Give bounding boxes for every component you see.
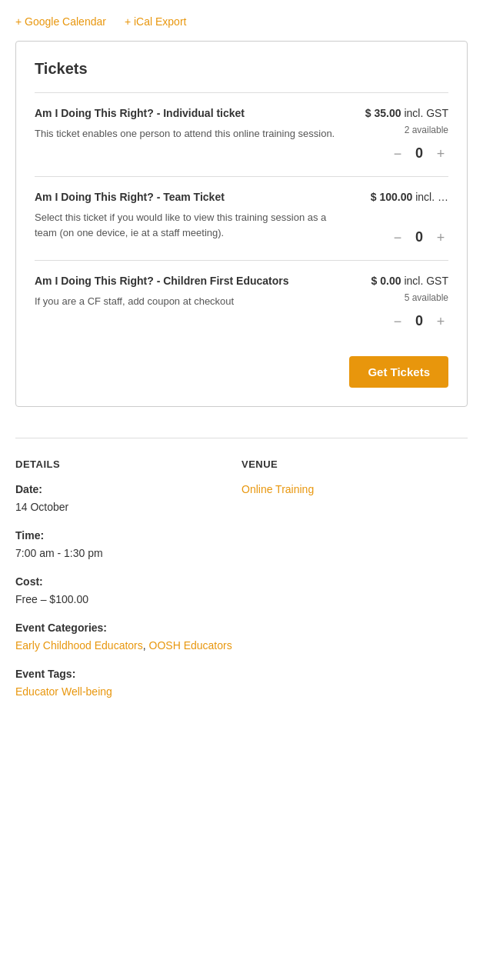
- categories-values: Early Childhood Educators, OOSH Educator…: [15, 638, 242, 654]
- venue-link[interactable]: Online Training: [242, 483, 314, 495]
- top-bar: + Google Calendar + iCal Export: [0, 0, 483, 41]
- qty-increase-btn[interactable]: +: [433, 146, 448, 162]
- details-heading: DETAILS: [15, 457, 242, 472]
- qty-value: 0: [411, 143, 427, 164]
- qty-value: 0: [411, 227, 427, 248]
- google-calendar-link[interactable]: + Google Calendar: [15, 14, 106, 30]
- ticket-rows: Am I Doing This Right? - Individual tick…: [35, 92, 448, 344]
- ticket-desc: This ticket enables one person to attend…: [35, 126, 347, 142]
- ticket-price: $ 35.00 incl. GST: [365, 105, 448, 122]
- category-separator: ,: [143, 639, 149, 652]
- ticket-row-team: Am I Doing This Right? - Team Ticket Sel…: [35, 176, 448, 260]
- venue-col: VENUE Online Training: [242, 457, 468, 712]
- cost-label: Cost:: [15, 574, 242, 590]
- ticket-row-individual: Am I Doing This Right? - Individual tick…: [35, 92, 448, 176]
- time-label: Time:: [15, 528, 242, 544]
- qty-decrease-btn[interactable]: −: [390, 314, 405, 329]
- ticket-desc: Select this ticket if you would like to …: [35, 210, 347, 240]
- qty-increase-btn[interactable]: +: [433, 230, 448, 245]
- qty-increase-btn[interactable]: +: [433, 314, 448, 329]
- cost-value: Free – $100.00: [15, 592, 242, 608]
- categories-label: Event Categories:: [15, 620, 242, 636]
- ticket-price: $ 0.00 incl. GST: [371, 273, 448, 289]
- ticket-price-qty: $ 0.00 incl. GST 5 available − 0 +: [356, 273, 448, 332]
- tag-link-0[interactable]: Educator Well-being: [15, 685, 112, 698]
- tags-values: Educator Well-being: [15, 684, 242, 700]
- tickets-container: Tickets Am I Doing This Right? - Individ…: [15, 41, 468, 407]
- ticket-name: Am I Doing This Right? - Children First …: [35, 273, 347, 289]
- qty-control: − 0 +: [390, 311, 448, 332]
- ticket-desc: If you are a CF staff, add coupon at che…: [35, 294, 347, 309]
- ticket-price-qty: $ 100.00 incl. … − 0 +: [356, 189, 448, 248]
- category-link-1[interactable]: OOSH Educators: [149, 639, 232, 652]
- tags-label: Event Tags:: [15, 666, 242, 682]
- get-tickets-button[interactable]: Get Tickets: [349, 356, 448, 388]
- details-col: DETAILS Date: 14 October Time: 7:00 am -…: [15, 457, 242, 712]
- ticket-price-qty: $ 35.00 incl. GST 2 available − 0 +: [356, 105, 448, 164]
- get-tickets-row: Get Tickets: [35, 344, 448, 388]
- ticket-info: Am I Doing This Right? - Children First …: [35, 273, 347, 309]
- ticket-info: Am I Doing This Right? - Team Ticket Sel…: [35, 189, 347, 240]
- ticket-price: $ 100.00 incl. …: [371, 189, 448, 205]
- ical-export-link[interactable]: + iCal Export: [125, 14, 187, 30]
- qty-decrease-btn[interactable]: −: [390, 230, 405, 245]
- category-link-0[interactable]: Early Childhood Educators: [15, 639, 143, 652]
- qty-control: − 0 +: [390, 143, 448, 164]
- ticket-row-children-first: Am I Doing This Right? - Children First …: [35, 260, 448, 344]
- date-value: 14 October: [15, 499, 242, 515]
- ticket-available: 2 available: [405, 123, 448, 137]
- ticket-name: Am I Doing This Right? - Individual tick…: [35, 105, 347, 122]
- date-label: Date:: [15, 482, 242, 498]
- qty-value: 0: [411, 311, 427, 332]
- tickets-title: Tickets: [35, 57, 448, 80]
- details-section: DETAILS Date: 14 October Time: 7:00 am -…: [15, 438, 468, 712]
- time-value: 7:00 am - 1:30 pm: [15, 545, 242, 562]
- venue-heading: VENUE: [242, 457, 468, 472]
- qty-control: − 0 +: [390, 227, 448, 248]
- ticket-name: Am I Doing This Right? - Team Ticket: [35, 189, 347, 205]
- ticket-info: Am I Doing This Right? - Individual tick…: [35, 105, 347, 142]
- qty-decrease-btn[interactable]: −: [390, 146, 405, 162]
- ticket-available: 5 available: [405, 291, 448, 305]
